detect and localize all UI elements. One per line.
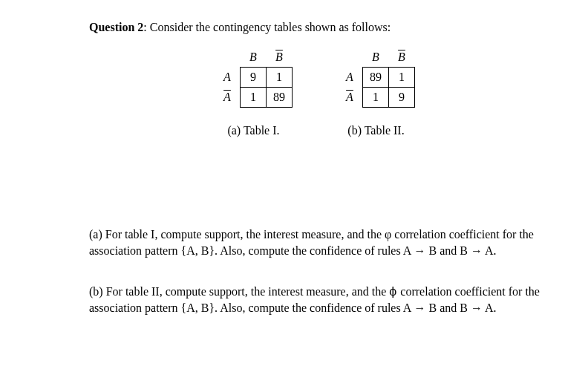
question-line: Question 2: Consider the contingency tab… (89, 21, 540, 34)
table-cell: 89 (267, 88, 293, 108)
col-header-Bbar: B (389, 48, 415, 68)
blank-corner (215, 48, 241, 68)
row-header-A: A (337, 68, 363, 88)
table-cell: 89 (363, 68, 389, 88)
col-header-B: B (363, 48, 389, 68)
question-prompt: : Consider the contingency tables shown … (143, 21, 391, 33)
table-cell: 9 (389, 88, 415, 108)
row-header-A: A (215, 68, 241, 88)
contingency-table-1: B B A 9 1 A 1 89 (215, 48, 293, 108)
part-b: (b) For table II, compute support, the i… (89, 284, 540, 316)
table-2-block: B B A 89 1 A 1 9 (b) Table II. (337, 48, 415, 137)
blank-corner (337, 48, 363, 68)
contingency-table-2: B B A 89 1 A 1 9 (337, 48, 415, 108)
row-header-Abar: A (337, 88, 363, 108)
table-1-caption: (a) Table I. (227, 124, 279, 137)
table-cell: 9 (241, 68, 267, 88)
table-1-block: B B A 9 1 A 1 89 (a) Table I. (215, 48, 293, 137)
part-a-text: (a) For table I, compute support, the in… (89, 228, 534, 257)
col-header-B: B (241, 48, 267, 68)
table-2-caption: (b) Table II. (347, 124, 404, 137)
table-cell: 1 (389, 68, 415, 88)
page: Question 2: Consider the contingency tab… (0, 0, 588, 362)
question-parts: (a) For table I, compute support, the in… (89, 226, 540, 316)
part-b-text: (b) For table II, compute support, the i… (89, 285, 540, 314)
row-header-Abar: A (215, 88, 241, 108)
part-a: (a) For table I, compute support, the in… (89, 226, 540, 258)
table-cell: 1 (363, 88, 389, 108)
table-cell: 1 (241, 88, 267, 108)
tables-row: B B A 9 1 A 1 89 (a) Table I. (89, 48, 540, 137)
col-header-Bbar: B (267, 48, 293, 68)
table-cell: 1 (267, 68, 293, 88)
question-label: Question 2 (89, 21, 143, 33)
